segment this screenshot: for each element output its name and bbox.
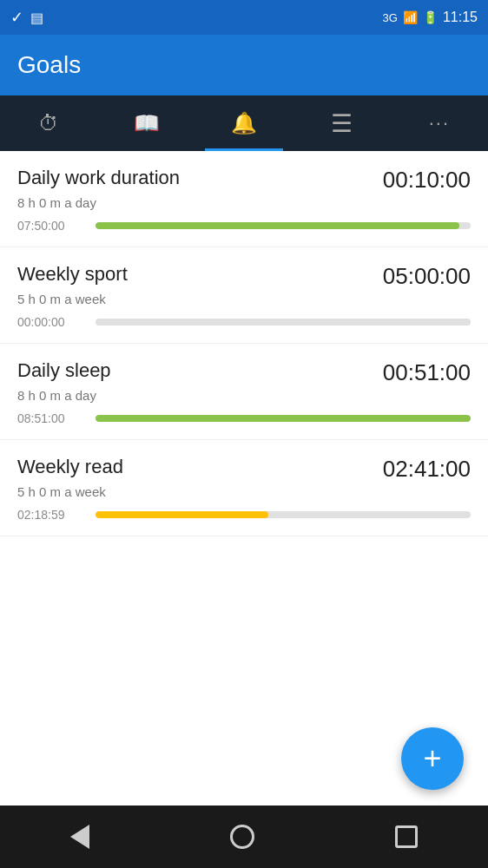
goal-target-time: 00:51:00 <box>383 359 471 386</box>
bell-icon: 🔔 <box>231 111 257 135</box>
goal-subtitle: 5 h 0 m a week <box>17 292 471 306</box>
progress-bar-bg <box>96 319 471 326</box>
goal-progress-row: 00:00:00 <box>17 315 471 329</box>
back-button[interactable] <box>70 825 89 849</box>
goal-item-weekly-sport[interactable]: Weekly sport 05:00:00 5 h 0 m a week 00:… <box>0 247 488 344</box>
goal-target-time: 05:00:00 <box>383 263 471 290</box>
recents-button[interactable] <box>395 825 418 848</box>
progress-bar-bg <box>96 511 471 518</box>
goal-progress-row: 02:18:59 <box>17 508 471 522</box>
goal-item-daily-sleep[interactable]: Daily sleep 00:51:00 8 h 0 m a day 08:51… <box>0 344 488 440</box>
goals-list: Daily work duration 00:10:00 8 h 0 m a d… <box>0 151 488 536</box>
goal-title: Weekly sport <box>17 263 128 286</box>
goal-target-time: 02:41:00 <box>383 456 471 483</box>
check-icon: ✓ <box>10 8 23 27</box>
tab-book[interactable]: 📖 <box>97 95 195 151</box>
status-bar: ✓ ▤ 3G 📶 🔋 11:15 <box>0 0 488 35</box>
bottom-navigation <box>0 806 488 868</box>
tab-list[interactable]: ☰ <box>293 95 390 151</box>
goal-title: Daily sleep <box>17 359 111 382</box>
more-icon: ··· <box>429 112 450 135</box>
progress-bar-bg <box>96 222 471 229</box>
goal-title: Daily work duration <box>17 167 180 189</box>
goal-current-time: 07:50:00 <box>17 219 87 233</box>
goal-subtitle: 8 h 0 m a day <box>17 195 471 210</box>
stopwatch-icon: ⏱ <box>38 111 59 135</box>
goal-header: Daily sleep 00:51:00 <box>17 359 471 386</box>
signal-icon: 📶 <box>403 10 418 24</box>
book-icon: 📖 <box>134 111 160 135</box>
home-icon <box>230 825 254 849</box>
add-goal-fab[interactable]: + <box>401 727 464 790</box>
goal-header: Daily work duration 00:10:00 <box>17 167 471 194</box>
goal-current-time: 00:00:00 <box>17 315 87 329</box>
goal-item-daily-work[interactable]: Daily work duration 00:10:00 8 h 0 m a d… <box>0 151 488 247</box>
battery-icon: 🔋 <box>423 10 438 24</box>
goal-current-time: 02:18:59 <box>17 508 87 522</box>
tab-bell[interactable]: 🔔 <box>195 95 293 151</box>
recents-icon <box>395 825 418 848</box>
goal-target-time: 00:10:00 <box>383 167 471 194</box>
goal-item-weekly-read[interactable]: Weekly read 02:41:00 5 h 0 m a week 02:1… <box>0 440 488 536</box>
goal-current-time: 08:51:00 <box>17 411 87 425</box>
time-label: 11:15 <box>443 10 478 25</box>
goal-progress-row: 08:51:00 <box>17 411 471 425</box>
app-bar: Goals <box>0 35 488 95</box>
goal-title: Weekly read <box>17 456 123 478</box>
status-bar-left: ✓ ▤ <box>10 8 43 27</box>
tab-more[interactable]: ··· <box>391 95 488 151</box>
progress-bar-fill <box>96 415 471 422</box>
tab-stopwatch[interactable]: ⏱ <box>0 95 97 151</box>
status-bar-right: 3G 📶 🔋 11:15 <box>383 10 478 25</box>
sim-icon: ▤ <box>30 10 43 26</box>
progress-bar-fill <box>96 511 268 518</box>
goal-subtitle: 8 h 0 m a day <box>17 388 471 403</box>
goal-header: Weekly sport 05:00:00 <box>17 263 471 290</box>
goal-header: Weekly read 02:41:00 <box>17 456 471 483</box>
back-icon <box>70 825 89 849</box>
progress-bar-bg <box>96 415 471 422</box>
progress-bar-fill <box>96 222 459 229</box>
plus-icon: + <box>423 743 441 774</box>
page-title: Goals <box>17 51 81 79</box>
goal-subtitle: 5 h 0 m a week <box>17 484 471 499</box>
network-label: 3G <box>383 11 398 24</box>
tab-bar: ⏱ 📖 🔔 ☰ ··· <box>0 95 488 151</box>
list-icon: ☰ <box>331 109 352 138</box>
home-button[interactable] <box>230 825 254 849</box>
goal-progress-row: 07:50:00 <box>17 219 471 233</box>
